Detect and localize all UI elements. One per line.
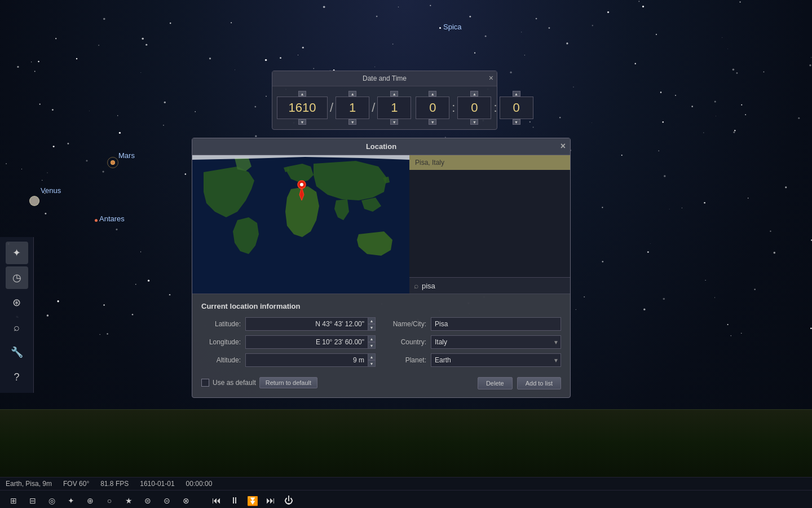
location-search-input[interactable] <box>422 282 566 290</box>
longitude-down-button[interactable]: ▼ <box>368 342 376 349</box>
telescope-button[interactable]: ⊛ <box>6 291 28 314</box>
second-up-button[interactable]: ▲ <box>513 91 520 97</box>
search-bar: ⌕ <box>409 277 570 294</box>
delete-button[interactable]: Delete <box>478 377 513 389</box>
use-default-label: Use as default <box>213 379 256 387</box>
search-magnifier-icon: ⌕ <box>414 281 418 290</box>
latitude-up-button[interactable]: ▲ <box>368 317 376 324</box>
day-field[interactable]: 1 <box>377 97 411 119</box>
second-down-button[interactable]: ▼ <box>513 119 520 125</box>
status-fps: 81.8 FPS <box>100 480 129 488</box>
help-button[interactable]: ? <box>6 366 28 388</box>
slow-forward-button[interactable]: ⏬ <box>245 493 261 508</box>
country-select[interactable]: Italy <box>431 335 561 349</box>
year-up-button[interactable]: ▲ <box>298 91 306 97</box>
altitude-down-button[interactable]: ▼ <box>368 360 376 367</box>
wrench-button[interactable]: 🔧 <box>6 341 28 364</box>
pause-button[interactable]: ⏸ <box>227 493 242 508</box>
antares-dot <box>95 219 98 222</box>
hour-field[interactable]: 0 <box>416 97 449 119</box>
year-field[interactable]: 1610 <box>277 97 328 119</box>
spica-dot <box>439 27 441 29</box>
datetime-title: Date and Time × <box>272 71 497 86</box>
day-down-button[interactable]: ▼ <box>390 119 398 125</box>
minute-up-button[interactable]: ▲ <box>470 91 478 97</box>
planet-icon-btn[interactable]: ○ <box>102 493 117 508</box>
minute-field[interactable]: 0 <box>457 97 491 119</box>
longitude-label: Longitude: <box>201 338 241 346</box>
starburst-button[interactable]: ✦ <box>6 242 28 264</box>
location-dialog: Location × <box>192 138 571 398</box>
day-up-button[interactable]: ▲ <box>390 91 398 97</box>
nebula-icon-btn[interactable]: ⊕ <box>82 493 98 508</box>
location-close-button[interactable]: × <box>561 141 566 151</box>
hour-down-button[interactable]: ▼ <box>429 119 436 125</box>
mars-ring <box>107 157 118 168</box>
spica-label: Spica <box>443 23 462 31</box>
altitude-label: Altitude: <box>201 356 241 364</box>
datetime-dialog: Date and Time × ▲ 1610 ▼ / ▲ 1 ▼ <box>272 71 497 130</box>
longitude-up-button[interactable]: ▲ <box>368 335 376 342</box>
rewind-button[interactable]: ⏮ <box>209 493 224 508</box>
month-field[interactable]: 1 <box>336 97 369 119</box>
world-map[interactable] <box>192 155 409 294</box>
left-toolbar: ✦ ◷ ⊛ ⌕ 🔧 ? <box>0 237 34 393</box>
return-to-default-button[interactable]: Return to default <box>259 377 317 388</box>
search-results-list <box>409 170 570 277</box>
svg-point-3 <box>300 183 303 186</box>
city-name-input[interactable] <box>431 317 561 331</box>
stop-button[interactable]: ⏻ <box>281 493 297 508</box>
location-info-title: Current location information <box>201 302 561 310</box>
add-to-list-button[interactable]: Add to list <box>517 377 561 389</box>
minute-down-button[interactable]: ▼ <box>470 119 478 125</box>
latitude-label: Latitude: <box>201 320 241 328</box>
status-bar: Earth, Pisa, 9m FOV 60° 81.8 FPS 1610-01… <box>0 477 812 508</box>
name-label: Name/City: <box>387 320 426 328</box>
search-button[interactable]: ⌕ <box>6 316 28 339</box>
clock-button[interactable]: ◷ <box>6 266 28 289</box>
venus-dot <box>29 196 39 206</box>
latitude-input[interactable] <box>245 317 368 331</box>
ground <box>0 409 812 477</box>
status-top: Earth, Pisa, 9m FOV 60° 81.8 FPS 1610-01… <box>0 478 812 490</box>
month-down-button[interactable]: ▼ <box>348 119 356 125</box>
atmosphere-icon-btn[interactable]: ◎ <box>44 493 60 508</box>
altitude-input[interactable] <box>245 353 368 367</box>
constellation-icon-btn[interactable]: ✦ <box>63 493 79 508</box>
longitude-input[interactable] <box>245 335 368 349</box>
use-default-checkbox[interactable] <box>201 379 209 387</box>
status-icons: ⊞ ⊟ ◎ ✦ ⊕ ○ ★ ⊜ ⊝ ⊗ ⏮ ⏸ ⏬ ⏭ ⏻ <box>0 490 812 508</box>
grid-icon-btn[interactable]: ⊟ <box>25 493 41 508</box>
zoom-icon-btn[interactable]: ⊜ <box>140 493 156 508</box>
datetime-close-button[interactable]: × <box>489 73 493 82</box>
ground-icon-btn[interactable]: ⊞ <box>6 493 21 508</box>
venus-label: Venus <box>41 186 61 195</box>
location-search-panel: Pisa, Italy ⌕ <box>409 155 570 294</box>
mount-icon-btn[interactable]: ⊗ <box>178 493 194 508</box>
status-fov: FOV 60° <box>63 480 89 488</box>
latitude-down-button[interactable]: ▼ <box>368 324 376 331</box>
second-field[interactable]: 0 <box>500 97 533 119</box>
location-title: Location × <box>192 138 570 155</box>
location-info: Current location information Latitude: ▲… <box>192 294 570 397</box>
status-date: 1610-01-01 <box>140 480 174 488</box>
mars-label: Mars <box>118 151 135 160</box>
year-down-button[interactable]: ▼ <box>298 119 306 125</box>
altitude-up-button[interactable]: ▲ <box>368 353 376 360</box>
fast-forward-button[interactable]: ⏭ <box>263 493 279 508</box>
hour-up-button[interactable]: ▲ <box>429 91 436 97</box>
star-icon-btn[interactable]: ★ <box>121 493 136 508</box>
playback-controls: ⏮ ⏸ ⏬ ⏭ ⏻ <box>209 493 297 508</box>
planet-select[interactable]: Earth <box>431 353 561 367</box>
country-label: Country: <box>387 338 426 346</box>
planet-label: Planet: <box>387 356 426 364</box>
status-location: Earth, Pisa, 9m <box>6 480 52 488</box>
search-result-item[interactable]: Pisa, Italy <box>409 155 570 170</box>
track-icon-btn[interactable]: ⊝ <box>159 493 175 508</box>
status-time: 00:00:00 <box>186 480 213 488</box>
antares-label: Antares <box>99 214 125 223</box>
month-up-button[interactable]: ▲ <box>348 91 356 97</box>
